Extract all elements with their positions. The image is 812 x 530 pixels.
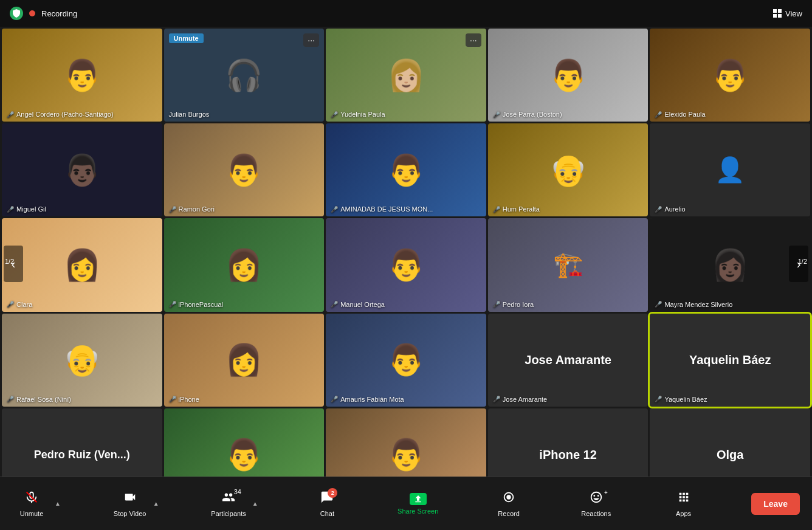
tile-3-name: 🎤 Yudelnia Paula [331,111,385,118]
tile-19-name: 🎤 Jose Amarante [493,396,547,403]
reactions-icon: + [590,490,603,508]
tile-menu-btn[interactable]: ··· [303,33,319,47]
tile-20-name: 🎤 Yaquelin Báez [655,396,707,403]
tile-4[interactable]: 👨 🎤 José Parra (Boston) [488,29,649,122]
participants-group: 34 Participants ▲ [208,486,259,522]
record-icon [502,490,515,508]
tile-9-name: 🎤 Hum Peralta [493,205,540,213]
unmute-group: Unmute ▲ [12,486,62,522]
tile-20-display: Yaquelin Báez [683,347,777,373]
tile-10-name: 🎤 Aurelio [655,205,685,213]
tile-1[interactable]: 👨 🎤 Angel Cordero (Pacho-Santiago) [2,29,162,122]
reactions-button[interactable]: + Reactions [577,486,616,522]
tile-19-display: Jose Amarante [518,347,618,373]
share-screen-button[interactable]: Share Screen [395,488,441,520]
stop-video-group: Stop Video ▲ [111,486,160,522]
record-group: Record [489,486,528,522]
tile-6[interactable]: 👨🏿 🎤 Miguel Gil [2,123,162,216]
unmute-label: Unmute [20,510,44,517]
toolbar: Unmute ▲ Stop Video ▲ 34 Participants [0,477,812,530]
shield-icon [10,7,23,20]
tile-10[interactable]: 👤 🎤 Aurelio [650,123,810,216]
topbar-right[interactable]: View [773,9,802,18]
recording-dot [29,10,35,16]
tile-7-name: 🎤 Ramon Gori [169,205,215,213]
tile-2[interactable]: 🎧 Unmute ··· Julian Burgos [164,29,325,122]
tile-3-menu[interactable]: ··· [466,33,481,47]
apps-group: Apps [664,486,703,522]
record-button[interactable]: Record [489,486,528,522]
tile-19[interactable]: Jose Amarante 🎤 Jose Amarante [488,314,649,407]
tile-9[interactable]: 👴 🎤 Hum Peralta [488,123,649,216]
tile-20[interactable]: Yaquelin Báez 🎤 Yaquelin Báez [650,314,810,407]
tile-8-name: 🎤 AMINADAB DE JESUS MON... [331,205,433,213]
tile-3[interactable]: 👩🏼 ··· 🎤 Yudelnia Paula [326,29,486,122]
tile-12[interactable]: 👩 🎤 iPhonePascual [164,218,325,311]
tile-17-name: 🎤 iPhone [169,396,199,403]
chat-icon: 2 [320,490,334,508]
grid-icon [773,9,782,18]
unmute-caret[interactable]: ▲ [53,498,62,509]
reactions-group: + Reactions [577,486,616,522]
chat-label: Chat [320,510,334,517]
tile-11[interactable]: 👩 🎤 Clara [2,218,162,311]
tile-15[interactable]: 👩🏿 🎤 Mayra Mendez Silverio [650,218,810,311]
page-right-indicator: 1/2 [798,258,807,265]
tile-6-name: 🎤 Miguel Gil [7,205,46,213]
apps-icon [677,490,690,508]
tile-13-name: 🎤 Manuel Ortega [331,301,385,308]
camera-icon [123,490,137,508]
tile-2-name: Julian Burgos [169,111,210,118]
tile-25-display: Olga [710,442,749,468]
share-screen-label: Share Screen [397,508,438,515]
participants-button[interactable]: 34 Participants [208,486,248,522]
chat-group: 2 Chat [308,486,346,522]
svg-point-2 [506,495,511,499]
tile-1-name: 🎤 Angel Cordero (Pacho-Santiago) [7,111,114,118]
stop-video-label: Stop Video [114,510,146,517]
tile-18-name: 🎤 Amauris Fabián Mota [331,396,404,403]
chat-button[interactable]: 2 Chat [308,486,346,522]
participants-caret[interactable]: ▲ [251,498,260,509]
share-screen-icon [410,493,427,505]
tile-5-name: 🎤 Elexido Paula [655,111,705,118]
tile-13[interactable]: 👨 🎤 Manuel Ortega [326,218,486,311]
unmute-badge[interactable]: Unmute [169,33,204,43]
tile-21-display: Pedro Ruiz (Ven...) [28,442,136,467]
tile-12-name: 🎤 iPhonePascual [169,301,223,308]
record-label: Record [498,510,519,517]
topbar: Recording View [0,0,812,27]
chat-badge: 2 [328,488,337,498]
microphone-muted-icon [25,490,38,508]
tile-7[interactable]: 👨 🎤 Ramon Gori [164,123,325,216]
tile-11-name: 🎤 Clara [7,301,32,308]
tile-14-name: 🎤 Pedro Iora [493,301,534,308]
tile-15-name: 🎤 Mayra Mendez Silverio [655,301,732,308]
reactions-label: Reactions [581,510,611,517]
view-label: View [785,9,802,18]
tile-16[interactable]: 👴 🎤 Rafael Sosa (Niní) [2,314,162,407]
participants-icon: 34 [222,490,235,508]
topbar-left: Recording [10,7,77,20]
tile-14[interactable]: 🏗️ 🎤 Pedro Iora [488,218,649,311]
stop-video-button[interactable]: Stop Video [111,486,150,522]
tile-18[interactable]: 👨 🎤 Amauris Fabián Mota [326,314,486,407]
unmute-button[interactable]: Unmute [12,486,51,522]
participants-label: Participants [211,510,246,517]
page-left-indicator: 1/2 [5,258,14,265]
leave-button[interactable]: Leave [751,493,800,515]
tile-24-display: iPhone 12 [533,442,602,468]
tile-16-name: 🎤 Rafael Sosa (Niní) [7,396,71,403]
apps-button[interactable]: Apps [664,486,703,522]
recording-label: Recording [41,9,77,18]
apps-label: Apps [676,510,691,517]
participants-count: 34 [234,488,241,495]
video-caret[interactable]: ▲ [152,498,160,509]
tile-8[interactable]: 👨 🎤 AMINADAB DE JESUS MON... [326,123,486,216]
video-grid: 👨 🎤 Angel Cordero (Pacho-Santiago) 🎧 Unm… [0,27,812,503]
share-screen-group: Share Screen [395,488,441,520]
tile-4-name: 🎤 José Parra (Boston) [493,111,562,118]
tile-17[interactable]: 👩 🎤 iPhone [164,314,325,407]
tile-5[interactable]: 👨 🎤 Elexido Paula [650,29,810,122]
